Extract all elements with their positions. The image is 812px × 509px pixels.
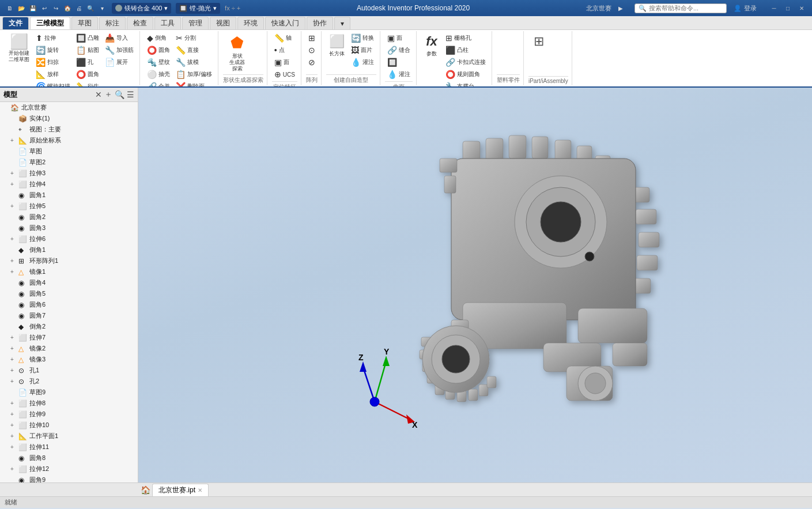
tree-item-view[interactable]: ⌖ 视图：主要 [0, 124, 138, 135]
btn-sculpt[interactable]: 🔲 [385, 56, 413, 68]
tab-3d-model[interactable]: 三维模型 [30, 17, 70, 29]
btn-emboss[interactable]: 🔲凸雕 [74, 32, 101, 44]
tab-env[interactable]: 环境 [237, 17, 264, 29]
btn-combine[interactable]: 🔗合并 [145, 81, 172, 88]
tree-item-fillet3[interactable]: ◉ 圆角3 [0, 223, 138, 233]
tab-sketch[interactable]: 草图 [71, 17, 98, 29]
tree-item-fillet1[interactable]: ◉ 圆角1 [0, 190, 138, 201]
tree-item-hole2[interactable]: + ⊙ 孔2 [0, 376, 138, 387]
tree-item-hole1[interactable]: + ⊙ 孔1 [0, 365, 138, 376]
tree-item-sketch9[interactable]: 📄 草图9 [0, 387, 138, 398]
tab-beijing-saishi[interactable]: 北京世赛.ipt ✕ [152, 484, 209, 496]
finish-dropdown-icon[interactable]: ▾ [213, 5, 217, 12]
tree-item-extrude11[interactable]: + ⬜ 拉伸11 [0, 442, 138, 453]
tree-item-origin[interactable]: + 📐 原始坐标系 [0, 135, 138, 146]
tree-item-extrude3[interactable]: + ⬜ 拉伸3 [0, 168, 138, 179]
expand-icon[interactable]: ▶ [618, 5, 625, 12]
tree-item-fillet8[interactable]: ◉ 圆角8 [0, 453, 138, 463]
qa-open[interactable]: 📂 [16, 3, 27, 13]
btn-snap-fit[interactable]: 🔗卡扣式连接 [443, 56, 488, 68]
btn-rib[interactable]: 🔧加强筋 [103, 44, 136, 56]
tab-quickstart[interactable]: 快速入门 [265, 17, 305, 29]
btn-start-sketch[interactable]: ⬜ 开始创建二维草图 [6, 32, 32, 65]
btn-box[interactable]: ⬜ 长方体 [326, 32, 348, 59]
tree-item-fillet6[interactable]: ◉ 圆角6 [0, 299, 138, 310]
qa-print[interactable]: 🖨 [74, 3, 84, 13]
btn-axis[interactable]: 📏轴 [272, 32, 297, 44]
tab-manage[interactable]: 管理 [182, 17, 209, 29]
btn-shell[interactable]: ⚪抽壳 [145, 69, 172, 80]
tab-view[interactable]: 视图 [210, 17, 236, 29]
panel-search-btn[interactable]: 🔍 [115, 90, 124, 99]
tab-tools[interactable]: 工具 [154, 17, 181, 29]
viewport[interactable]: Z Y X [138, 88, 812, 482]
tree-item-fillet9[interactable]: ◉ 圆角9 [0, 474, 138, 482]
tree-item-extrude6[interactable]: + ⬜ 拉伸6 [0, 233, 138, 244]
btn-thread[interactable]: 🔩壁纹 [145, 56, 172, 68]
btn-face[interactable]: ▣面 [385, 32, 413, 44]
btn-extrude[interactable]: ⬆拉伸 [33, 32, 73, 44]
tab-more[interactable]: ▾ [334, 17, 350, 29]
btn-fillet2[interactable]: ⭕圆角 [145, 44, 172, 56]
tree-item-mirror1[interactable]: + △ 镜像1 [0, 266, 138, 277]
tree-item-extrude10[interactable]: + ⬜ 拉伸10 [0, 420, 138, 431]
tree-item-solid[interactable]: 📦 实体(1) [0, 113, 138, 124]
btn-unfold[interactable]: 📄展开 [103, 56, 136, 68]
close-button[interactable]: ✕ [796, 2, 807, 14]
qa-redo[interactable]: ↪ [51, 3, 61, 13]
btn-fill2[interactable]: 💧灌注 [385, 69, 413, 80]
qa-save[interactable]: 💾 [28, 3, 38, 13]
btn-rule-fillet[interactable]: ⭕规则圆角 [443, 69, 488, 80]
btn-thicken[interactable]: 📋加厚/偏移 [173, 69, 214, 80]
qa-home[interactable]: 🏠 [62, 3, 73, 13]
btn-boss[interactable]: ⬛凸柱 [443, 44, 488, 56]
btn-revolve[interactable]: 🔄旋转 [33, 44, 73, 56]
btn-support[interactable]: 🔧支撑台 [443, 81, 488, 88]
tree-item-extrude7[interactable]: + ⬜ 拉伸7 [0, 332, 138, 343]
tree-item-mirror3[interactable]: + △ 镜像3 [0, 354, 138, 365]
panel-close-btn[interactable]: ✕ [95, 90, 102, 99]
tab-inspect[interactable]: 检查 [127, 17, 153, 29]
qa-measure[interactable]: 🔍 [85, 3, 96, 13]
qa-dropdown[interactable]: ▾ [97, 3, 107, 13]
tree-item-fillet2[interactable]: ◉ 圆角2 [0, 212, 138, 223]
btn-plane[interactable]: ▣面 [272, 56, 297, 68]
btn-patch[interactable]: 🖼面片 [349, 44, 376, 56]
tab-annotate[interactable]: 标注 [99, 17, 126, 29]
tree-item-mirror2[interactable]: + △ 镜像2 [0, 343, 138, 354]
btn-spiral[interactable]: 🌀螺旋扫描 [33, 81, 73, 88]
btn-ucs[interactable]: ⊕UCS [272, 69, 297, 80]
file-button[interactable]: 文件 [2, 17, 29, 29]
btn-hole[interactable]: ⬛孔 [74, 56, 101, 68]
tree-item-circular-pattern[interactable]: + ⊞ 环形阵列1 [0, 255, 138, 266]
btn-shape-gen[interactable]: ⬟ 形状生成器探索 [223, 32, 252, 73]
btn-rect-pattern[interactable]: ⊞ [306, 32, 318, 44]
tree-item-extrude4[interactable]: + ⬜ 拉伸4 [0, 179, 138, 190]
material-selector[interactable]: 镁铸合金 400 ▾ [112, 3, 171, 14]
btn-import[interactable]: 📥导入 [103, 32, 136, 44]
minimize-button[interactable]: ─ [768, 2, 780, 14]
tree-item-extrude8[interactable]: + ⬜ 拉伸8 [0, 398, 138, 409]
btn-split[interactable]: ✂分割 [173, 32, 214, 44]
btn-point[interactable]: •点 [272, 44, 297, 56]
login-button[interactable]: 👤 登录 [734, 4, 757, 13]
tree-item-chamfer1[interactable]: ◆ 倒角1 [0, 244, 138, 255]
btn-direct[interactable]: 📏直接 [173, 44, 214, 56]
tree-item-extrude9[interactable]: + ⬜ 拉伸9 [0, 409, 138, 420]
btn-parameters[interactable]: fx 参数 [421, 32, 442, 59]
material-dropdown-icon[interactable]: ▾ [164, 5, 168, 12]
tree-item-extrude12[interactable]: + ⬜ 拉伸12 [0, 463, 138, 474]
search-box[interactable]: 🔍 [635, 3, 727, 13]
qa-new[interactable]: 🗎 [5, 3, 15, 13]
home-tab-btn[interactable]: 🏠 [138, 484, 152, 496]
tree-item-root[interactable]: 🏠 北京世赛 [0, 102, 138, 113]
btn-ipart[interactable]: ⊞ [528, 32, 549, 51]
finish-selector[interactable]: 🔲 镗-抛光 ▾ [176, 3, 220, 14]
tree-item-sketch[interactable]: 📄 草图 [0, 146, 138, 157]
tab-collab[interactable]: 协作 [307, 17, 333, 29]
btn-circ-pattern[interactable]: ⊙ [306, 44, 318, 56]
btn-stitch[interactable]: 🔗缝合 [385, 44, 413, 56]
btn-convert[interactable]: 🔄转换 [349, 32, 376, 44]
search-input[interactable] [649, 5, 718, 12]
panel-new-btn[interactable]: ＋ [104, 89, 112, 100]
